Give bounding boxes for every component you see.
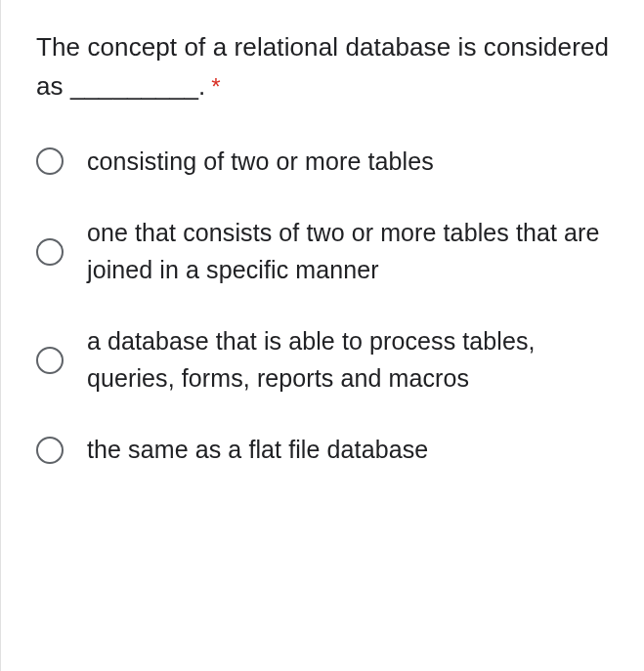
question-card: The concept of a relational database is … bbox=[1, 0, 644, 531]
radio-icon bbox=[36, 347, 64, 374]
option-3[interactable]: the same as a flat file database bbox=[36, 432, 615, 469]
radio-icon bbox=[36, 437, 64, 464]
required-asterisk: * bbox=[211, 73, 220, 100]
option-2[interactable]: a database that is able to process table… bbox=[36, 323, 615, 397]
question-text-span: The concept of a relational database is … bbox=[36, 32, 609, 101]
radio-icon bbox=[36, 147, 64, 175]
option-1[interactable]: one that consists of two or more tables … bbox=[36, 215, 615, 288]
question-text: The concept of a relational database is … bbox=[36, 27, 615, 106]
radio-icon bbox=[36, 238, 64, 266]
option-label: the same as a flat file database bbox=[87, 432, 428, 469]
option-0[interactable]: consisting of two or more tables bbox=[36, 144, 615, 181]
option-label: one that consists of two or more tables … bbox=[87, 215, 615, 288]
option-label: consisting of two or more tables bbox=[87, 144, 434, 181]
options-group: consisting of two or more tables one tha… bbox=[36, 144, 615, 469]
option-label: a database that is able to process table… bbox=[87, 323, 615, 397]
